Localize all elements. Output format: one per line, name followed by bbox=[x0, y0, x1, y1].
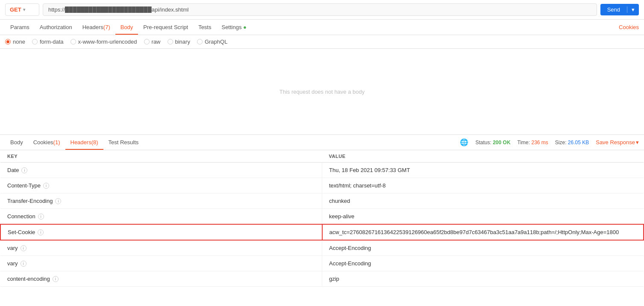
tab-prerequest[interactable]: Pre-request Script bbox=[138, 20, 193, 35]
tab-tests[interactable]: Tests bbox=[193, 20, 216, 35]
globe-icon: 🌐 bbox=[460, 138, 468, 146]
table-row: Content-Typeitext/html; charset=utf-8 bbox=[0, 178, 644, 193]
radio-binary-dot bbox=[168, 39, 173, 45]
request-tabs: Params Authorization Headers(7) Body Pre… bbox=[0, 20, 644, 35]
key-cell: varyi bbox=[0, 240, 322, 256]
cookies-link[interactable]: Cookies bbox=[619, 24, 639, 30]
radio-urlencoded-dot bbox=[71, 39, 76, 45]
radio-graphql-dot bbox=[197, 39, 203, 45]
no-body-message: This request does not have a body bbox=[279, 89, 365, 95]
radio-form-data[interactable]: form-data bbox=[32, 39, 64, 45]
size-label: Size: 26.05 KB bbox=[555, 140, 589, 146]
status-value: 200 OK bbox=[493, 140, 510, 146]
info-icon[interactable]: i bbox=[21, 245, 26, 251]
time-value: 236 ms bbox=[531, 140, 548, 146]
response-tabs-bar: Body Cookies(1) Headers(8) Test Results … bbox=[0, 135, 644, 150]
radio-raw-dot bbox=[144, 39, 150, 45]
info-icon[interactable]: i bbox=[53, 276, 59, 282]
table-row: DateiThu, 18 Feb 2021 09:57:33 GMT bbox=[0, 163, 644, 178]
key-text: Date bbox=[7, 167, 19, 173]
info-icon[interactable]: i bbox=[38, 229, 44, 235]
value-text: keep-alive bbox=[329, 213, 354, 220]
key-cell: Set-Cookiei bbox=[0, 224, 322, 240]
time-label: Time: 236 ms bbox=[518, 140, 548, 146]
resp-tab-cookies[interactable]: Cookies(1) bbox=[28, 135, 65, 150]
value-cell: acw_tc=276082671613642253912696​0ea65f2b… bbox=[322, 224, 644, 240]
key-cell: content-encodingi bbox=[0, 271, 322, 287]
table-row: Transfer-Encodingichunked bbox=[0, 193, 644, 209]
value-text: text/html; charset=utf-8 bbox=[329, 182, 386, 189]
response-status-area: 🌐 Status: 200 OK Time: 236 ms Size: 26.0… bbox=[460, 138, 639, 146]
table-row: varyiAccept-Encoding bbox=[0, 256, 644, 271]
col-key: KEY bbox=[0, 150, 322, 163]
status-label: Status: 200 OK bbox=[475, 140, 510, 146]
table-row: Connectionikeep-alive bbox=[0, 209, 644, 225]
send-label: Send bbox=[600, 6, 627, 13]
radio-none-dot bbox=[5, 39, 11, 45]
send-button[interactable]: Send ▾ bbox=[600, 4, 639, 15]
radio-binary[interactable]: binary bbox=[168, 39, 190, 45]
value-cell: gzip bbox=[322, 271, 644, 287]
key-cell: Datei bbox=[0, 163, 322, 178]
info-icon[interactable]: i bbox=[38, 214, 44, 220]
tab-settings[interactable]: Settings ● bbox=[216, 20, 251, 35]
tab-authorization[interactable]: Authorization bbox=[35, 20, 77, 35]
method-chevron-icon: ▾ bbox=[23, 7, 25, 12]
response-section: Body Cookies(1) Headers(8) Test Results … bbox=[0, 134, 644, 287]
value-text: Thu, 18 Feb 2021 09:57:33 GMT bbox=[329, 167, 410, 173]
tab-body[interactable]: Body bbox=[115, 20, 138, 35]
value-cell: text/html; charset=utf-8 bbox=[322, 178, 644, 193]
resp-tab-test-results[interactable]: Test Results bbox=[103, 135, 144, 150]
url-input[interactable] bbox=[43, 3, 597, 16]
key-text: content-encoding bbox=[7, 276, 50, 282]
table-header-row: KEY VALUE bbox=[0, 150, 644, 163]
send-dropdown-arrow[interactable]: ▾ bbox=[627, 6, 639, 13]
radio-graphql[interactable]: GraphQL bbox=[197, 39, 227, 45]
info-icon[interactable]: i bbox=[43, 183, 49, 189]
table-row: Set-Cookieiacw_tc=2760826716136422539126… bbox=[0, 224, 644, 240]
headers-table: KEY VALUE DateiThu, 18 Feb 2021 09:57:33… bbox=[0, 150, 644, 287]
key-cell: Content-Typei bbox=[0, 178, 322, 193]
key-cell: Transfer-Encodingi bbox=[0, 193, 322, 209]
key-text: Connection bbox=[7, 213, 35, 220]
info-icon[interactable]: i bbox=[21, 261, 26, 267]
radio-form-data-dot bbox=[32, 39, 38, 45]
table-row: varyiAccept-Encoding bbox=[0, 240, 644, 256]
radio-raw[interactable]: raw bbox=[144, 39, 161, 45]
url-bar: GET ▾ Send ▾ bbox=[0, 0, 644, 20]
info-icon[interactable]: i bbox=[21, 167, 27, 173]
request-body-area: This request does not have a body bbox=[0, 49, 644, 134]
radio-none[interactable]: none bbox=[5, 39, 25, 45]
value-text: chunked bbox=[329, 198, 350, 204]
value-cell: keep-alive bbox=[322, 209, 644, 225]
body-options: none form-data x-www-form-urlencoded raw… bbox=[0, 35, 644, 49]
method-select[interactable]: GET ▾ bbox=[5, 3, 39, 16]
value-cell: chunked bbox=[322, 193, 644, 209]
tab-params[interactable]: Params bbox=[5, 20, 35, 35]
key-text: Content-Type bbox=[7, 182, 41, 189]
value-cell: Accept-Encoding bbox=[322, 240, 644, 256]
value-cell: Accept-Encoding bbox=[322, 256, 644, 271]
key-text: Set-Cookie bbox=[8, 229, 35, 235]
key-cell: Connectioni bbox=[0, 209, 322, 225]
save-response-button[interactable]: Save Response ▾ bbox=[596, 139, 639, 146]
key-cell: varyi bbox=[0, 256, 322, 271]
value-cell: Thu, 18 Feb 2021 09:57:33 GMT bbox=[322, 163, 644, 178]
key-text: vary bbox=[7, 260, 18, 267]
key-text: vary bbox=[7, 245, 18, 251]
value-text: gzip bbox=[329, 276, 339, 282]
radio-urlencoded[interactable]: x-www-form-urlencoded bbox=[71, 39, 137, 45]
value-text: Accept-Encoding bbox=[329, 245, 371, 251]
key-text: Transfer-Encoding bbox=[7, 198, 53, 204]
size-value: 26.05 KB bbox=[568, 140, 589, 146]
table-row: content-encodingigzip bbox=[0, 271, 644, 287]
value-text: Accept-Encoding bbox=[329, 260, 371, 267]
tab-headers[interactable]: Headers(7) bbox=[77, 20, 115, 35]
resp-tab-body[interactable]: Body bbox=[5, 135, 28, 150]
value-text: acw_tc=276082671613642253912696​0ea65f2b… bbox=[329, 229, 619, 235]
resp-tab-headers[interactable]: Headers(8) bbox=[65, 135, 103, 150]
method-label: GET bbox=[10, 6, 21, 13]
col-value: VALUE bbox=[322, 150, 644, 163]
info-icon[interactable]: i bbox=[55, 198, 61, 204]
